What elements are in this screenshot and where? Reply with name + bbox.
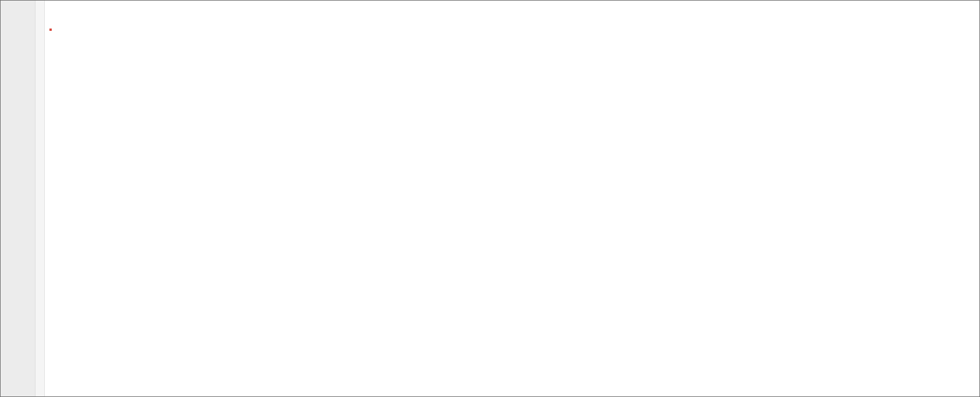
- code-editor[interactable]: [0, 0, 980, 397]
- line-number-gutter: [1, 1, 35, 396]
- highlight-box: [49, 29, 52, 31]
- code-area[interactable]: [45, 1, 979, 396]
- fold-gutter: [35, 1, 45, 396]
